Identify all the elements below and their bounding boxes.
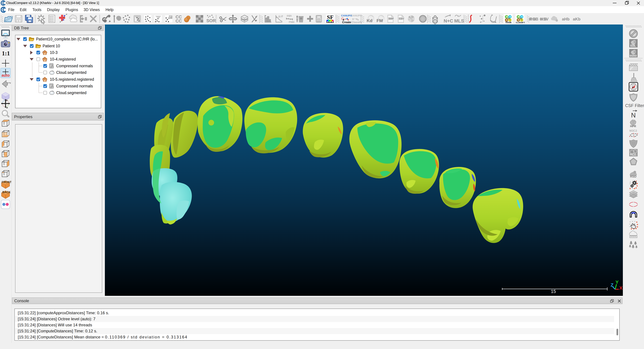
svg-text:EDL: EDL: [630, 44, 636, 47]
svg-text:X: X: [619, 286, 622, 290]
svg-text:aHb: aHb: [562, 17, 570, 21]
svg-text:MLS: MLS: [454, 18, 464, 24]
svg-text:1:1: 1:1: [2, 50, 10, 57]
svg-text:SSAO: SSAO: [630, 54, 637, 57]
svg-text:Compressed normals: Compressed normals: [56, 84, 93, 88]
svg-text:10-5.registered.registered: 10-5.registered.registered: [50, 77, 94, 82]
svg-text:SOR: SOR: [206, 18, 216, 23]
svg-text:S: S: [506, 19, 508, 21]
svg-text:CLASSIFY: CLASSIFY: [516, 22, 525, 24]
svg-text:CSF Filter: CSF Filter: [625, 103, 644, 108]
svg-text:CC: CC: [176, 18, 182, 24]
svg-text:15: 15: [551, 289, 556, 294]
svg-text:BACK: BACK: [2, 190, 11, 194]
svg-text:C: C: [521, 19, 523, 21]
svg-text:Y: Y: [616, 280, 619, 285]
svg-text:Compressed normals: Compressed normals: [56, 64, 93, 68]
svg-text:Z: Z: [610, 282, 614, 288]
svg-text:HPR: HPR: [630, 125, 636, 128]
svg-text:CSV: CSV: [399, 17, 404, 20]
svg-text:CANUPO: CANUPO: [341, 14, 352, 17]
svg-text:Patient10_complete.bin (C:/HR: Patient10_complete.bin (C:/HR (lo...: [36, 37, 98, 41]
svg-text:FRONT: FRONT: [2, 180, 12, 184]
svg-text:N: N: [631, 112, 636, 119]
svg-text:10-3: 10-3: [50, 50, 58, 55]
svg-text:Patient 10: Patient 10: [42, 44, 60, 48]
svg-text:C: C: [510, 19, 511, 21]
svg-text:PCV: PCV: [630, 153, 636, 156]
svg-text:SHP: SHP: [388, 17, 394, 20]
svg-text:SF: SF: [327, 14, 334, 20]
svg-text:M3C2: M3C2: [630, 129, 637, 132]
svg-text:RGB: RGB: [530, 17, 538, 21]
svg-text:FM: FM: [376, 18, 383, 23]
svg-text:RSD: RSD: [630, 175, 636, 178]
svg-text:S: S: [518, 19, 519, 21]
svg-text:N+C: N+C: [444, 18, 453, 24]
svg-text:auto: auto: [2, 73, 10, 78]
svg-text:CANUPO: CANUPO: [351, 14, 362, 17]
svg-text:min: min: [287, 14, 292, 18]
svg-text:Cloud.segmented: Cloud.segmented: [56, 70, 86, 75]
svg-text:TRAIN: TRAIN: [505, 21, 512, 24]
svg-text:max: max: [289, 20, 294, 24]
svg-text:10-4.registered: 10-4.registered: [50, 57, 76, 62]
svg-text:μ,σ: μ,σ: [278, 14, 283, 18]
svg-text:HSV: HSV: [540, 17, 548, 21]
svg-text:aKb: aKb: [573, 17, 580, 21]
svg-text:Create: Create: [342, 21, 351, 24]
svg-text:Kd: Kd: [367, 18, 372, 23]
svg-text:Cloud.segmented: Cloud.segmented: [56, 90, 86, 95]
